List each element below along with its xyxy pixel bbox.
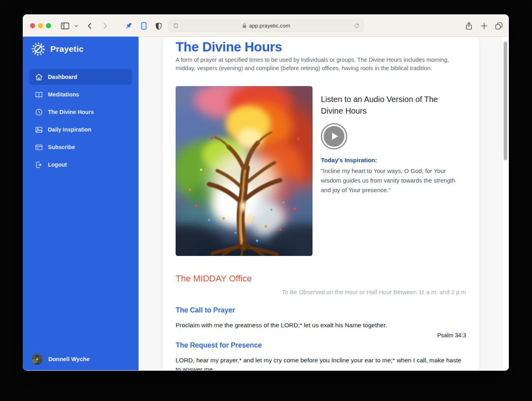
- sidebar-item-label: Subscribe: [48, 144, 75, 150]
- page-description: A form of prayer at specified times to b…: [176, 56, 466, 73]
- zoom-window-button[interactable]: [46, 23, 51, 28]
- office-subtitle: To Be Observed on the Hour or Half Hour …: [176, 288, 466, 297]
- sidebar-item-dashboard[interactable]: Dashboard: [29, 69, 132, 85]
- browser-window: app.prayetic.com: [23, 14, 509, 371]
- book-icon: [35, 90, 43, 99]
- scrollbar-thumb[interactable]: [504, 41, 507, 160]
- new-tab-icon[interactable]: [479, 21, 489, 31]
- office-heading: The MIDDAY Office: [176, 273, 466, 285]
- close-window-button[interactable]: [30, 23, 35, 28]
- section-heading-request-for-presence: The Request for Presence: [176, 340, 466, 350]
- document-icon[interactable]: [139, 21, 148, 31]
- reload-icon[interactable]: [353, 22, 360, 29]
- sidebar-item-label: Meditations: [48, 91, 79, 98]
- address-bar[interactable]: app.prayetic.com: [168, 20, 364, 32]
- sidebar-item-logout[interactable]: Logout: [29, 157, 132, 173]
- sidebar-item-label: Logout: [48, 161, 67, 168]
- lock-icon: [242, 23, 247, 28]
- brand-name: Prayetic: [50, 44, 83, 54]
- main-content: The Divine Hours A form of prayer at spe…: [138, 37, 509, 370]
- sidebar-nav: Dashboard Meditations The Divine Hours: [23, 69, 138, 174]
- sidebar-toggle-icon[interactable]: [60, 21, 70, 31]
- sidebar-item-daily-inspiration[interactable]: Daily Inspiration: [29, 122, 132, 138]
- sidebar: Prayetic Dashboard Meditation: [23, 37, 138, 370]
- inspiration-label: Today's Inspiration:: [321, 156, 466, 165]
- scripture-reference: Psalm 34:3: [176, 331, 466, 340]
- section-heading-call-to-prayer: The Call to Prayer: [176, 305, 466, 315]
- sidebar-item-label: Daily Inspiration: [48, 126, 91, 133]
- traffic-lights: [30, 23, 51, 28]
- forward-button[interactable]: [100, 21, 110, 31]
- reader-mode-icon[interactable]: [172, 22, 179, 29]
- section-text: Proclaim with me the greatness of the LO…: [176, 320, 466, 330]
- browser-toolbar: app.prayetic.com: [23, 14, 509, 37]
- audio-heading: Listen to an Audio Version of The Divine…: [321, 94, 453, 117]
- sidebar-item-label: Dashboard: [48, 74, 77, 80]
- logout-icon: [35, 161, 43, 169]
- shield-icon[interactable]: [154, 21, 163, 31]
- url-text: app.prayetic.com: [249, 23, 290, 29]
- user-name: Donnell Wyche: [48, 356, 90, 362]
- inspiration-quote: "Incline my heart to Your ways, O God, f…: [321, 166, 461, 195]
- play-icon: [332, 133, 338, 140]
- back-button[interactable]: [85, 21, 95, 31]
- tree-of-life-image: [176, 86, 312, 256]
- play-button[interactable]: [321, 123, 347, 149]
- pin-icon[interactable]: [124, 21, 134, 31]
- home-icon: [35, 73, 43, 81]
- page-title: The Divine Hours: [176, 39, 466, 55]
- audio-panel: Listen to an Audio Version of The Divine…: [321, 86, 466, 256]
- avatar: [32, 354, 43, 365]
- user-profile[interactable]: Donnell Wyche: [23, 354, 138, 370]
- brand: Prayetic: [23, 37, 138, 56]
- sidebar-item-label: The Divine Hours: [48, 109, 94, 115]
- media-row: Listen to an Audio Version of The Divine…: [176, 86, 466, 256]
- sidebar-item-divine-hours[interactable]: The Divine Hours: [29, 104, 132, 120]
- sidebar-item-subscribe[interactable]: Subscribe: [29, 139, 132, 155]
- section-text: LORD, hear my prayer,* and let my cry co…: [176, 356, 466, 370]
- chevron-down-icon[interactable]: [73, 21, 79, 31]
- minimize-window-button[interactable]: [38, 23, 43, 28]
- content-card: The Divine Hours A form of prayer at spe…: [163, 37, 479, 370]
- clock-icon: [35, 108, 43, 116]
- scrollbar-track[interactable]: [502, 37, 509, 370]
- sidebar-item-meditations[interactable]: Meditations: [29, 86, 132, 102]
- tab-overview-icon[interactable]: [494, 21, 504, 31]
- prayetic-logo-icon: [32, 42, 45, 56]
- share-icon[interactable]: [464, 21, 474, 31]
- image-icon: [35, 126, 43, 134]
- credit-card-icon: [35, 143, 43, 151]
